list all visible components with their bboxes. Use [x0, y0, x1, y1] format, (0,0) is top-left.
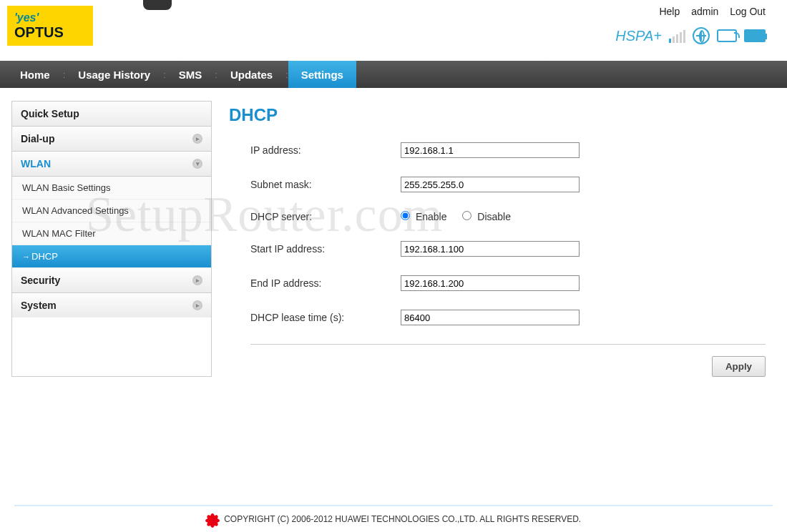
sidebar-quick-setup[interactable]: Quick Setup — [12, 102, 211, 127]
row-dhcp-server: DHCP server: Enable Disable — [250, 211, 766, 222]
nav-settings[interactable]: Settings — [288, 61, 356, 88]
sidebar-label: Security — [21, 275, 60, 286]
sidebar: Quick Setup Dial-up ▸ WLAN ▾ WLAN Basic … — [11, 101, 212, 377]
chevron-right-icon: ▸ — [192, 300, 202, 310]
dhcp-server-radio-group: Enable Disable — [401, 211, 524, 222]
logout-link[interactable]: Log Out — [730, 6, 766, 17]
input-end-ip[interactable] — [401, 275, 580, 291]
apply-row: Apply — [250, 356, 766, 377]
nav-updates[interactable]: Updates — [217, 61, 285, 88]
form-divider — [250, 344, 766, 345]
sidebar-label: Quick Setup — [21, 108, 79, 119]
chevron-down-icon: ▾ — [192, 159, 202, 169]
footer-text: COPYRIGHT (C) 2006-2012 HUAWEI TECHNOLOG… — [224, 514, 581, 524]
radio-disable[interactable] — [462, 211, 471, 220]
huawei-logo-icon — [206, 513, 219, 526]
row-ip-address: IP address: — [250, 142, 766, 158]
network-type-label: HSPA+ — [615, 28, 662, 44]
row-lease-time: DHCP lease time (s): — [250, 310, 766, 325]
radio-enable[interactable] — [401, 211, 410, 220]
apply-button[interactable]: Apply — [712, 356, 766, 377]
footer: COPYRIGHT (C) 2006-2012 HUAWEI TECHNOLOG… — [14, 505, 773, 526]
sidebar-wlan-advanced[interactable]: WLAN Advanced Settings — [12, 200, 211, 222]
header-right: Help admin Log Out HSPA+ — [615, 6, 766, 61]
sidebar-system[interactable]: System ▸ — [12, 293, 211, 317]
sidebar-wlan-dhcp[interactable]: DHCP — [12, 245, 211, 268]
row-start-ip: Start IP address: — [250, 241, 766, 257]
header-links: Help admin Log Out — [615, 6, 766, 17]
sidebar-wlan[interactable]: WLAN ▾ — [12, 152, 211, 177]
status-row: HSPA+ — [615, 27, 766, 44]
sidebar-label: WLAN — [21, 158, 51, 169]
dhcp-form: IP address: Subnet mask: DHCP server: En… — [229, 142, 766, 377]
main-nav: Home : Usage History : SMS : Updates : S… — [0, 61, 787, 88]
label-dhcp-server: DHCP server: — [250, 211, 401, 222]
label-start-ip: Start IP address: — [250, 243, 401, 255]
chevron-right-icon: ▸ — [192, 275, 202, 285]
help-link[interactable]: Help — [659, 6, 680, 17]
row-end-ip: End IP address: — [250, 275, 766, 291]
content: Quick Setup Dial-up ▸ WLAN ▾ WLAN Basic … — [0, 88, 787, 377]
label-lease-time: DHCP lease time (s): — [250, 312, 401, 323]
nav-home[interactable]: Home — [7, 61, 63, 88]
sidebar-dialup[interactable]: Dial-up ▸ — [12, 127, 211, 152]
label-subnet-mask: Subnet mask: — [250, 179, 401, 190]
radio-disable-text: Disable — [477, 211, 511, 222]
page-title: DHCP — [229, 105, 766, 125]
input-lease-time[interactable] — [401, 310, 580, 325]
label-end-ip: End IP address: — [250, 277, 401, 289]
signal-strength-icon — [669, 29, 685, 43]
logo-optus: OPTUS — [14, 24, 86, 41]
battery-icon — [744, 29, 766, 42]
user-link[interactable]: admin — [691, 6, 718, 17]
header: 'yes' OPTUS Help admin Log Out HSPA+ — [0, 0, 787, 61]
nav-usage-history[interactable]: Usage History — [65, 61, 163, 88]
optus-logo: 'yes' OPTUS — [7, 6, 93, 46]
wifi-pc-icon — [717, 29, 737, 42]
sidebar-label: System — [21, 300, 57, 311]
input-ip-address[interactable] — [401, 142, 580, 158]
label-ip-address: IP address: — [250, 144, 401, 156]
nav-sms[interactable]: SMS — [166, 61, 215, 88]
radio-enable-label[interactable]: Enable — [401, 211, 449, 222]
globe-icon — [693, 27, 710, 44]
logo-yes: 'yes' — [14, 11, 86, 24]
sidebar-label: Dial-up — [21, 133, 54, 144]
input-subnet-mask[interactable] — [401, 177, 580, 192]
input-start-ip[interactable] — [401, 241, 580, 257]
radio-enable-text: Enable — [416, 211, 447, 222]
sidebar-wlan-mac-filter[interactable]: WLAN MAC Filter — [12, 222, 211, 245]
radio-disable-label[interactable]: Disable — [462, 211, 511, 222]
sidebar-security[interactable]: Security ▸ — [12, 268, 211, 293]
sidebar-wlan-basic[interactable]: WLAN Basic Settings — [12, 177, 211, 200]
chevron-right-icon: ▸ — [192, 134, 202, 144]
row-subnet-mask: Subnet mask: — [250, 177, 766, 192]
main-panel: DHCP IP address: Subnet mask: DHCP serve… — [229, 101, 766, 377]
browser-tab-stub — [143, 0, 172, 10]
